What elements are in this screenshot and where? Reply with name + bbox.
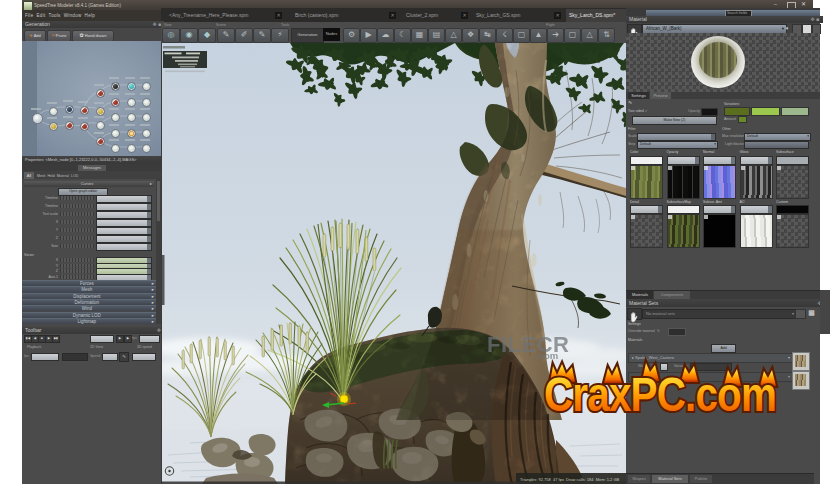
svg-text:CraxPC.com: CraxPC.com xyxy=(544,368,776,421)
svg-text:Triangles: 92,758 47 fps Dra: Triangles: 92,758 47 fps Draw calls: 184… xyxy=(520,477,620,482)
